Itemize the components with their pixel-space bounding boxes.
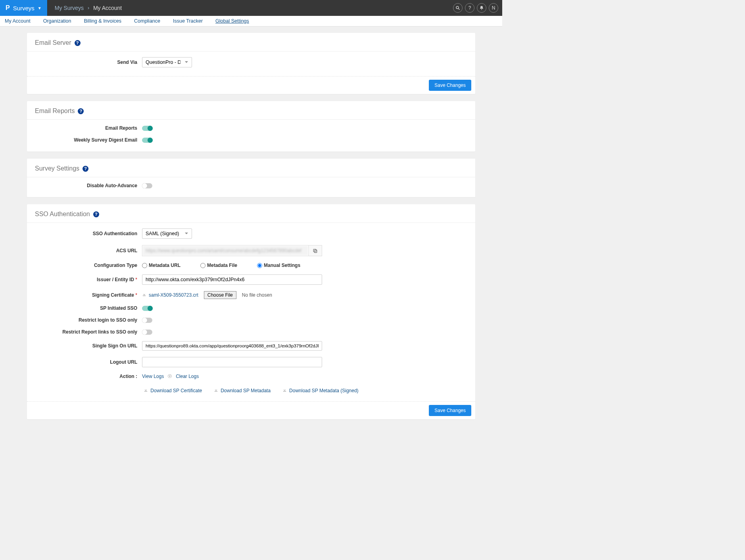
section-title: Survey Settings: [35, 165, 79, 172]
label-restrict-login: Restrict login to SSO only: [35, 317, 137, 323]
toggle-weekly-digest[interactable]: [142, 138, 152, 143]
brand-label: Surveys: [13, 5, 35, 12]
svg-rect-3: [314, 250, 317, 253]
breadcrumb-root[interactable]: My Surveys: [55, 5, 84, 11]
subnav-compliance[interactable]: Compliance: [132, 17, 162, 25]
no-file-label: No file chosen: [242, 292, 272, 298]
radio-metadata-url[interactable]: Metadata URL: [142, 263, 180, 268]
brand-tab[interactable]: P Surveys ▼: [0, 0, 48, 16]
radio-metadata-file[interactable]: Metadata File: [200, 263, 237, 268]
svg-point-2: [481, 9, 482, 10]
send-via-select[interactable]: QuestionPro - Default: [142, 57, 192, 67]
download-sp-cert[interactable]: Download SP Certificate: [144, 388, 202, 393]
svg-line-1: [459, 9, 460, 10]
label-send-via: Send Via: [35, 59, 137, 65]
label-sso-auth: SSO Authentication: [35, 231, 137, 236]
choose-file-button[interactable]: Choose File: [204, 291, 236, 299]
sso-url-input[interactable]: [142, 341, 322, 351]
help-icon[interactable]: ?: [83, 166, 88, 172]
subnav: My Account Organization Billing & Invoic…: [0, 16, 502, 27]
label-sso-url: Single Sign On URL: [35, 343, 137, 349]
help-icon[interactable]: ?: [78, 108, 84, 114]
logout-url-input[interactable]: [142, 357, 322, 367]
search-icon[interactable]: [453, 3, 463, 13]
subnav-issue-tracker[interactable]: Issue Tracker: [171, 17, 204, 25]
download-icon: [282, 388, 287, 393]
section-title: Email Reports: [35, 107, 75, 115]
label-weekly-digest: Weekly Survey Digest Email: [35, 137, 137, 143]
clear-logs-link[interactable]: Clear Logs: [176, 374, 199, 379]
view-logs-link[interactable]: View Logs: [142, 374, 164, 379]
toggle-email-reports[interactable]: [142, 126, 152, 131]
card-email-server: Email Server ? Send Via QuestionPro - De…: [27, 33, 475, 94]
bell-icon[interactable]: [477, 3, 486, 13]
save-button[interactable]: Save Changes: [429, 405, 471, 416]
save-button[interactable]: Save Changes: [429, 80, 471, 91]
svg-rect-4: [313, 249, 316, 252]
acs-url-box: https://www.questionpro.com/a/saml/consu…: [142, 245, 322, 256]
label-issuer: Issuer / Entity ID *: [35, 277, 137, 282]
section-title: SSO Authentication: [35, 211, 90, 218]
subnav-billing[interactable]: Billing & Invoices: [83, 17, 123, 25]
help-icon[interactable]: ?: [75, 40, 81, 46]
label-email-reports: Email Reports: [35, 125, 137, 131]
breadcrumb-current: My Account: [93, 5, 122, 11]
subnav-my-account[interactable]: My Account: [3, 17, 32, 25]
user-avatar[interactable]: N: [489, 3, 498, 13]
toggle-restrict-login[interactable]: [142, 318, 152, 323]
card-survey-settings: Survey Settings ? Disable Auto-Advance: [27, 159, 475, 197]
radio-manual-settings[interactable]: Manual Settings: [257, 263, 300, 268]
download-sp-metadata[interactable]: Download SP Metadata: [214, 388, 271, 393]
issuer-input[interactable]: [142, 274, 322, 285]
download-sp-metadata-signed[interactable]: Download SP Metadata (Signed): [282, 388, 359, 393]
toggle-disable-autoadvance[interactable]: [142, 183, 152, 188]
help-icon[interactable]: ?: [465, 3, 474, 13]
copy-icon[interactable]: [308, 245, 322, 256]
label-config-type: Configuration Type: [35, 263, 137, 268]
label-sp-initiated: SP Initiated SSO: [35, 305, 137, 311]
sso-auth-select[interactable]: SAML (Signed): [142, 228, 192, 239]
download-icon: [144, 388, 148, 393]
card-sso: SSO Authentication ? SSO Authentication …: [27, 204, 475, 419]
subnav-organization[interactable]: Organization: [42, 17, 73, 25]
label-logout-url: Logout URL: [35, 359, 137, 365]
chevron-down-icon: ▼: [38, 6, 42, 10]
help-icon[interactable]: ?: [93, 211, 99, 217]
label-acs-url: ACS URL: [35, 248, 137, 253]
label-restrict-report: Restrict Report links to SSO only: [35, 329, 137, 335]
toggle-restrict-report[interactable]: [142, 330, 152, 335]
breadcrumb: My Surveys › My Account: [48, 0, 129, 16]
label-cert: Signing Certificate *: [35, 292, 137, 298]
label-action: Action :: [35, 374, 137, 379]
toggle-sp-initiated[interactable]: [142, 306, 152, 311]
download-icon: [142, 292, 146, 298]
svg-point-0: [456, 6, 459, 9]
brand-logo: P: [6, 4, 10, 12]
card-email-reports: Email Reports ? Email Reports Weekly Sur…: [27, 101, 475, 152]
content: Email Server ? Send Via QuestionPro - De…: [0, 27, 502, 434]
label-disable-autoadvance: Disable Auto-Advance: [35, 183, 137, 188]
topbar: P Surveys ▼ My Surveys › My Account ? N: [0, 0, 502, 16]
subnav-global-settings[interactable]: Global Settings: [214, 17, 251, 25]
download-row: Download SP Certificate Download SP Meta…: [35, 382, 467, 396]
topbar-icons: ? N: [449, 0, 502, 16]
chevron-right-icon: ›: [88, 5, 89, 11]
acs-url-value: https://www.questionpro.com/a/saml/consu…: [142, 245, 308, 256]
section-title: Email Server: [35, 39, 71, 46]
download-icon: [214, 388, 218, 393]
close-icon: ⓧ: [168, 374, 172, 379]
cert-file-link[interactable]: saml-X509-3550723.crt: [149, 292, 198, 298]
